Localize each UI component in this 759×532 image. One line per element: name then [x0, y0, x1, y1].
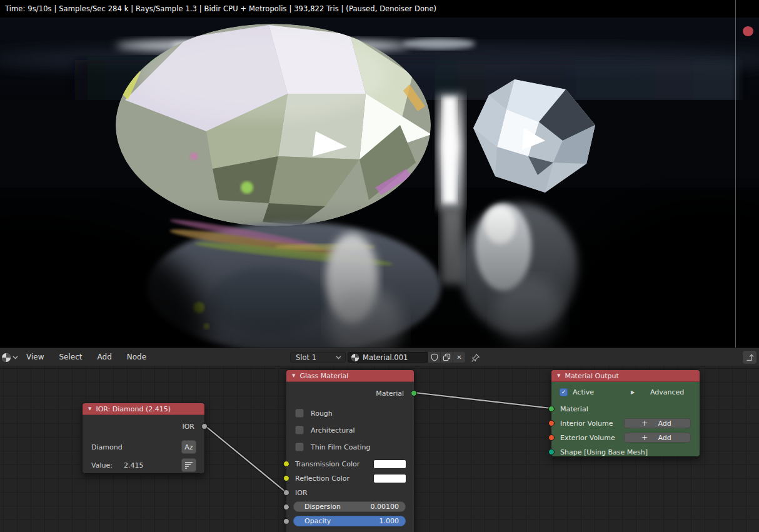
close-icon: ✕: [456, 354, 461, 361]
material-name-field[interactable]: Material.001: [348, 352, 428, 363]
glass-output-row: Material: [286, 386, 414, 400]
socket-exterior-volume[interactable]: [548, 434, 555, 441]
ior-output-label: IOR: [182, 423, 194, 431]
interior-volume-add-button[interactable]: + Add: [624, 418, 691, 428]
dispersion-label: Dispersion: [304, 503, 341, 511]
material-input-label: Material: [560, 405, 588, 413]
add-label: Add: [648, 434, 681, 442]
node-title: IOR: Diamond (2.415): [96, 405, 171, 413]
reflection-color-label: Reflection Color: [295, 474, 349, 483]
socket-ior-input[interactable]: [283, 489, 289, 496]
opacity-label: Opacity: [304, 517, 331, 525]
menu-select[interactable]: Select: [51, 348, 89, 366]
menu-view[interactable]: View: [19, 348, 51, 366]
socket-material-input[interactable]: [548, 406, 555, 412]
shape-label: Shape [Using Base Mesh]: [560, 448, 648, 456]
opacity-slider[interactable]: Opacity 1.000: [293, 516, 406, 526]
node-ior-diamond[interactable]: ▼ IOR: Diamond (2.415) IOR Diamond Az Va…: [82, 403, 205, 474]
advanced-expand-icon[interactable]: ▶: [631, 389, 635, 395]
material-slot-select[interactable]: Slot 1: [290, 352, 346, 363]
transmission-color-label: Transmission Color: [295, 460, 359, 468]
node-output-header[interactable]: ▼ Material Output: [551, 370, 700, 382]
parent-tree-button[interactable]: [742, 350, 757, 364]
collapse-triangle-icon[interactable]: ▼: [292, 374, 295, 378]
thin-film-row: Thin Film Coating: [286, 440, 414, 454]
socket-reflection-color[interactable]: [283, 475, 289, 481]
blender-window: Time: 9s/10s | Samples/Sec 284 k | Rays/…: [0, 0, 759, 532]
chevron-down-icon: [13, 356, 18, 359]
menu-node[interactable]: Node: [119, 348, 154, 366]
slot-value: Slot 1: [296, 353, 336, 362]
socket-dispersion[interactable]: [283, 504, 289, 510]
active-row: ✓ Active ▶ Advanced: [551, 385, 700, 399]
transmission-color-row: Transmission Color: [286, 457, 414, 471]
material-icon: [351, 353, 359, 362]
socket-transmission-color[interactable]: [283, 461, 289, 467]
render-status-bar: Time: 9s/10s | Samples/Sec 284 k | Rays/…: [0, 0, 759, 18]
collapse-triangle-icon[interactable]: ▼: [557, 374, 560, 378]
socket-ior-output[interactable]: [201, 423, 208, 429]
node-glass-header[interactable]: ▼ Glass Material: [286, 370, 414, 382]
node-glass-material[interactable]: ▼ Glass Material Material Rough Architec…: [286, 369, 415, 532]
chevron-down-icon: [336, 356, 341, 359]
fake-user-button[interactable]: [428, 352, 440, 363]
active-label: Active: [573, 388, 594, 396]
node-ior-header[interactable]: ▼ IOR: Diamond (2.415): [83, 403, 204, 415]
check-icon: ✓: [561, 389, 566, 395]
rough-checkbox[interactable]: [295, 409, 304, 418]
preset-list-button[interactable]: [181, 458, 196, 472]
presets-icon: [184, 461, 193, 469]
rough-label: Rough: [311, 409, 333, 418]
reflection-color-swatch[interactable]: [373, 474, 406, 483]
socket-interior-volume[interactable]: [548, 420, 555, 426]
thin-film-label: Thin Film Coating: [311, 443, 371, 451]
render-status-text: Time: 9s/10s | Samples/Sec 284 k | Rays/…: [0, 4, 436, 13]
render-image: [0, 0, 759, 348]
rough-row: Rough: [286, 406, 414, 420]
preset-name: Diamond: [91, 443, 123, 451]
node-title: Glass Material: [299, 372, 348, 380]
shape-row: Shape [Using Base Mesh]: [551, 445, 700, 459]
advanced-label: Advanced: [650, 388, 684, 396]
dispersion-value: 0.00100: [371, 503, 400, 511]
value-number: 2.415: [124, 461, 144, 469]
node-editor-header: View Select Add Node Slot 1 Material.001: [0, 348, 759, 366]
ior-input-row: IOR: [286, 486, 414, 499]
unlink-material-button[interactable]: ✕: [453, 352, 465, 363]
menu-add[interactable]: Add: [90, 348, 119, 366]
node-editor-canvas[interactable]: ▼ IOR: Diamond (2.415) IOR Diamond Az Va…: [0, 366, 759, 532]
exterior-volume-label: Exterior Volume: [560, 434, 615, 442]
material-name: Material.001: [363, 353, 408, 362]
node-material-output[interactable]: ▼ Material Output ✓ Active ▶ Advanced Ma…: [551, 369, 700, 457]
ior-output-row: IOR: [83, 419, 204, 433]
value-label: Value:: [91, 461, 113, 469]
architectural-label: Architectural: [311, 426, 355, 434]
material-output-label: Material: [376, 389, 404, 398]
architectural-checkbox[interactable]: [295, 426, 304, 434]
interior-volume-label: Interior Volume: [560, 419, 613, 428]
image-border-line: [735, 0, 736, 348]
socket-opacity[interactable]: [283, 518, 289, 524]
thin-film-checkbox[interactable]: [295, 443, 304, 451]
shield-icon: [431, 353, 438, 361]
dispersion-slider[interactable]: Dispersion 0.00100: [293, 501, 406, 512]
exterior-volume-add-button[interactable]: + Add: [624, 433, 691, 443]
plus-icon: +: [641, 419, 648, 427]
pin-toggle[interactable]: [470, 352, 481, 363]
duplicate-material-button[interactable]: [440, 352, 453, 363]
menu-bar: View Select Add Node: [19, 348, 154, 366]
opacity-value: 1.000: [380, 517, 400, 525]
socket-material-output[interactable]: [411, 390, 417, 396]
socket-shape[interactable]: [548, 449, 555, 455]
reflection-color-row: Reflection Color: [286, 471, 414, 485]
collapse-triangle-icon[interactable]: ▼: [88, 407, 91, 411]
link-glass-to-output: [415, 393, 551, 408]
active-checkbox[interactable]: ✓: [560, 388, 568, 396]
transmission-color-swatch[interactable]: [373, 459, 406, 469]
preset-sort-button[interactable]: Az: [181, 440, 196, 454]
sort-alpha-icon: Az: [184, 443, 193, 451]
add-label: Add: [648, 419, 681, 428]
shader-editor-icon: [1, 353, 11, 363]
copy-icon: [443, 353, 451, 361]
plus-icon: +: [641, 434, 648, 441]
